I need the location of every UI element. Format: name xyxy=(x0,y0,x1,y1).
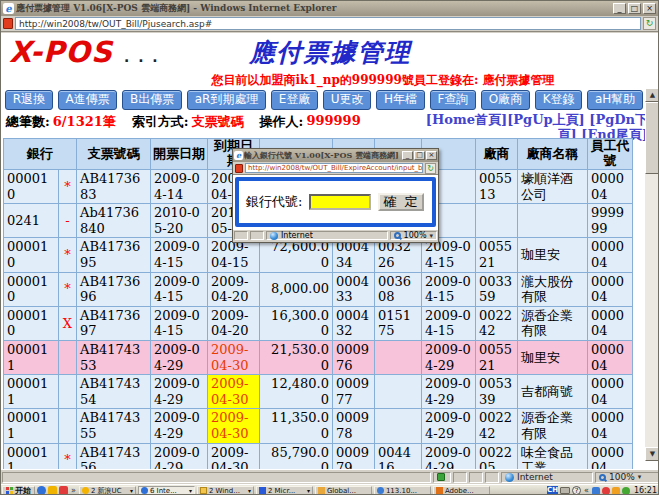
cell-check[interactable]: AB4173695 xyxy=(77,238,151,272)
cell-vendor[interactable]: 005339 xyxy=(476,375,518,409)
cell-flag[interactable]: * xyxy=(59,170,77,204)
table-row[interactable]: 000010*AB41736962009-04-152009-04-208,00… xyxy=(4,272,633,306)
cell-vendor_name[interactable]: 壕順洋酒公司 xyxy=(518,170,588,204)
table-row[interactable]: 000011AB41743542009-04-292009-04-3012,48… xyxy=(4,375,633,409)
cell-due[interactable]: 2009-04-30 xyxy=(208,340,260,374)
cell-voucher[interactable]: 000976 xyxy=(333,340,375,374)
quick-launch-mail-icon[interactable] xyxy=(59,486,68,495)
cell-invoice[interactable]: 004416 xyxy=(375,443,422,469)
cell-due[interactable]: 2009-04-30 xyxy=(208,443,260,469)
cell-vendor[interactable]: 002242 xyxy=(476,306,518,340)
cell-emp[interactable]: 000004 xyxy=(588,375,633,409)
cell-cash[interactable]: 2009-04-15 xyxy=(422,238,476,272)
tray-icon[interactable] xyxy=(612,487,620,495)
cell-bank[interactable]: 000011 xyxy=(4,375,59,409)
printer-icon[interactable] xyxy=(560,487,570,494)
cell-vendor[interactable]: 005513 xyxy=(476,170,518,204)
cell-bank[interactable]: 000010 xyxy=(4,238,59,272)
menu-button-U更改[interactable]: U更改 xyxy=(323,90,371,110)
popup-close-button[interactable]: × xyxy=(426,151,437,160)
scrollbar-track[interactable] xyxy=(645,102,659,447)
taskbar-button[interactable]: 113.10... xyxy=(374,486,431,495)
chevron-down-icon[interactable]: ▾ xyxy=(248,487,251,494)
cell-voucher[interactable]: 000433 xyxy=(333,272,375,306)
vertical-scrollbar[interactable]: ▲ ▼ xyxy=(645,88,659,469)
cell-flag[interactable] xyxy=(59,375,77,409)
cell-invoice[interactable]: 015175 xyxy=(375,306,422,340)
menu-button-B出傳票[interactable]: B出傳票 xyxy=(122,90,182,110)
nav-link[interactable]: [PgUp上頁] xyxy=(507,112,585,127)
cell-invoice[interactable]: 003608 xyxy=(375,272,422,306)
cell-flag[interactable] xyxy=(59,340,77,374)
tray-collapse-icon[interactable]: « xyxy=(583,486,590,495)
cell-vendor_name[interactable]: 源香企業有限 xyxy=(518,409,588,443)
cell-vendor[interactable]: 002242 xyxy=(476,409,518,443)
cell-voucher[interactable]: 000979 xyxy=(333,443,375,469)
address-input[interactable] xyxy=(15,17,641,30)
cell-invoice[interactable]: 003226 xyxy=(375,238,422,272)
menu-button-A進傳票[interactable]: A進傳票 xyxy=(58,90,118,110)
taskbar-button[interactable]: 2 Wind...▾ xyxy=(197,486,254,495)
cell-flag[interactable]: X xyxy=(59,306,77,340)
cell-issue[interactable]: 2009-04-29 xyxy=(151,340,208,374)
table-row[interactable]: 000011AB41743532009-04-292009-04-3021,53… xyxy=(4,340,633,374)
cell-flag[interactable] xyxy=(59,409,77,443)
cell-emp[interactable]: 000004 xyxy=(588,238,633,272)
nav-link[interactable]: [Home首頁] xyxy=(426,112,507,127)
cell-flag[interactable]: * xyxy=(59,443,77,469)
cell-amount[interactable]: 8,000.00 xyxy=(260,272,333,306)
cell-cash[interactable]: 2009-04-15 xyxy=(422,306,476,340)
cell-check[interactable]: AB4174355 xyxy=(77,409,151,443)
cell-emp[interactable]: 000004 xyxy=(588,443,633,469)
cell-vendor_name[interactable]: 珈里安 xyxy=(518,340,588,374)
cell-check[interactable]: AB4173696 xyxy=(77,272,151,306)
chevron-down-icon[interactable]: ▾ xyxy=(307,487,310,494)
cell-issue[interactable]: 2009-04-29 xyxy=(151,409,208,443)
cell-vendor[interactable] xyxy=(476,204,518,238)
cell-invoice[interactable] xyxy=(375,409,422,443)
zoom-segment[interactable]: 100% ▾ xyxy=(595,472,659,483)
minimize-button[interactable]: _ xyxy=(613,3,626,14)
maximize-button[interactable]: □ xyxy=(628,3,641,14)
cell-check[interactable]: AB4174354 xyxy=(77,375,151,409)
chevron-down-icon[interactable]: ▾ xyxy=(189,487,192,494)
cell-voucher[interactable]: 000434 xyxy=(333,238,375,272)
tray-icon[interactable] xyxy=(622,487,630,495)
menu-button-aR到期處理[interactable]: aR到期處理 xyxy=(187,90,266,110)
cell-issue[interactable]: 2009-04-29 xyxy=(151,375,208,409)
cell-vendor_name[interactable]: 味全食品工業 xyxy=(518,443,588,469)
cell-due[interactable]: 2009-04-20 xyxy=(208,272,260,306)
cell-vendor[interactable]: 005521 xyxy=(476,340,518,374)
cell-due[interactable]: 2009-04-20 xyxy=(208,306,260,340)
table-row[interactable]: 000010XAB41736972009-04-152009-04-2016,3… xyxy=(4,306,633,340)
popup-minimize-button[interactable]: _ xyxy=(402,151,413,160)
cell-emp[interactable]: 000004 xyxy=(588,306,633,340)
popup-address[interactable]: http://win2008/tw/OUT_Bill/ExpireAccount… xyxy=(245,163,423,173)
cell-vendor_name[interactable]: 瀧大股份有限 xyxy=(518,272,588,306)
cell-flag[interactable]: * xyxy=(59,238,77,272)
quick-launch-uc-icon[interactable] xyxy=(48,486,57,495)
cell-flag[interactable]: - xyxy=(59,204,77,238)
scroll-down-icon[interactable]: ▼ xyxy=(645,447,659,461)
start-button[interactable]: 开始 xyxy=(2,486,35,495)
cell-cash[interactable]: 2009-04-29 xyxy=(422,409,476,443)
table-row[interactable]: 000010*AB41736952009-04-152009-04-1572,6… xyxy=(4,238,633,272)
cell-due[interactable]: 2009-04-15 xyxy=(208,238,260,272)
cell-emp[interactable]: 000004 xyxy=(588,409,633,443)
quick-launch-browser-icon[interactable] xyxy=(37,486,46,495)
cell-vendor_name[interactable] xyxy=(518,204,588,238)
cell-issue[interactable]: 2010-05-20 xyxy=(151,204,208,238)
cell-bank[interactable]: 000011 xyxy=(4,409,59,443)
cell-cash[interactable]: 2009-04-29 xyxy=(422,443,476,469)
cell-issue[interactable]: 2009-04-14 xyxy=(151,170,208,204)
cell-due[interactable]: 2009-04-30 xyxy=(208,375,260,409)
cell-check[interactable]: AB4174356 xyxy=(77,443,151,469)
cell-due[interactable]: 2009-04-30 xyxy=(208,409,260,443)
tray-icon[interactable] xyxy=(602,487,610,495)
cell-check[interactable]: AB4174353 xyxy=(77,340,151,374)
popup-zoom-segment[interactable]: 100% ▾ xyxy=(390,231,437,240)
cell-amount[interactable]: 12,480.00 xyxy=(260,375,333,409)
refresh-icon[interactable]: ↻ xyxy=(643,17,656,30)
cell-invoice[interactable] xyxy=(375,340,422,374)
menu-button-E登廠[interactable]: E登廠 xyxy=(271,90,318,110)
